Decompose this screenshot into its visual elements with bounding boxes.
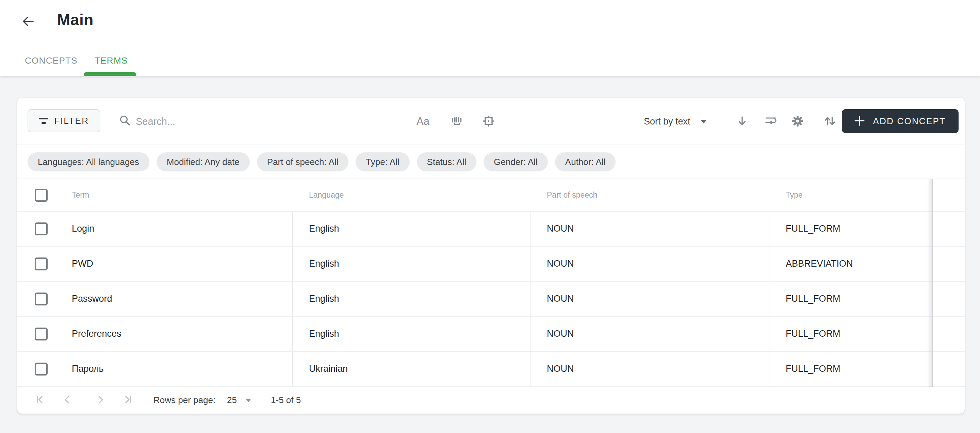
table-row[interactable]: Login English NOUN FULL_FORM: [18, 212, 965, 247]
cell-type: FULL_FORM: [769, 282, 933, 316]
chip-author[interactable]: Author: All: [555, 152, 616, 171]
row-checkbox[interactable]: [35, 257, 48, 270]
sort-direction-button[interactable]: [733, 112, 752, 131]
cell-part-of-speech: NOUN: [530, 247, 769, 281]
cell-term: Password: [54, 282, 293, 316]
cell-language: English: [293, 317, 530, 351]
cell-term: Пароль: [54, 352, 293, 386]
chip-gender[interactable]: Gender: All: [484, 152, 548, 171]
wrap-text-button[interactable]: [761, 112, 780, 131]
row-checkbox[interactable]: [35, 222, 48, 235]
pagination-bar: Rows per page: 25 1-5 of 5: [18, 387, 965, 414]
cell-empty: [933, 282, 965, 316]
previous-page-button[interactable]: [60, 393, 75, 408]
cell-empty: [933, 317, 965, 351]
last-page-icon: [121, 393, 134, 407]
row-checkbox[interactable]: [35, 292, 48, 305]
next-page-button[interactable]: [93, 393, 108, 408]
terms-panel: FILTER Aa: [18, 98, 965, 414]
active-tab-indicator: [84, 72, 136, 76]
cell-language: English: [293, 247, 530, 281]
cell-language: Ukrainian: [293, 352, 530, 386]
search-icon: [118, 114, 132, 129]
cell-language: English: [293, 212, 530, 246]
page-range-label: 1-5 of 5: [271, 395, 301, 406]
cell-type: ABBREVIATION: [769, 247, 933, 281]
cell-term: Login: [54, 212, 293, 246]
cell-part-of-speech: NOUN: [530, 212, 769, 246]
rows-per-page-select[interactable]: 25: [227, 395, 251, 406]
arrows-up-down-icon: [823, 114, 837, 129]
cell-term: PWD: [54, 247, 293, 281]
tab-terms[interactable]: TERMS: [95, 55, 128, 66]
chevron-right-icon: [94, 393, 107, 407]
column-header-type: Type: [769, 179, 933, 211]
column-header-term: Term: [54, 179, 293, 211]
chevron-left-icon: [61, 393, 74, 407]
table-header: Term Language Part of speech Type: [18, 179, 965, 212]
app-header: Main CONCEPTS TERMS: [0, 0, 980, 76]
tab-concepts[interactable]: CONCEPTS: [25, 55, 78, 66]
table-row[interactable]: PWD English NOUN ABBREVIATION: [18, 247, 965, 282]
cell-empty: [933, 352, 965, 386]
add-concept-button[interactable]: ADD CONCEPT: [842, 109, 959, 133]
terms-toolbar: FILTER Aa: [18, 98, 965, 145]
page-title: Main: [57, 10, 94, 29]
search-input[interactable]: [136, 116, 326, 127]
caret-down-icon: [246, 399, 251, 402]
cell-type: FULL_FORM: [769, 317, 933, 351]
arrow-left-icon: [20, 14, 36, 30]
match-case-button[interactable]: Aa: [414, 112, 433, 131]
chip-type[interactable]: Type: All: [356, 152, 409, 171]
first-page-button[interactable]: [32, 393, 48, 408]
table-row[interactable]: Preferences English NOUN FULL_FORM: [18, 317, 965, 352]
gear-icon: [791, 114, 804, 129]
settings-button[interactable]: [788, 112, 807, 131]
row-checkbox[interactable]: [35, 328, 48, 341]
add-concept-label: ADD CONCEPT: [873, 116, 946, 127]
chip-modified[interactable]: Modified: Any date: [156, 152, 250, 171]
cell-part-of-speech: NOUN: [530, 352, 769, 386]
match-case-icon: Aa: [417, 115, 430, 128]
column-header-part-of-speech: Part of speech: [530, 179, 769, 211]
column-header-empty: [933, 179, 965, 211]
reorder-button[interactable]: [821, 112, 840, 131]
scan-bars-button[interactable]: [447, 112, 466, 131]
first-page-icon: [34, 393, 47, 407]
rows-per-page-value: 25: [227, 395, 237, 406]
rows-per-page-label: Rows per page:: [153, 395, 215, 406]
wrap-text-icon: [764, 114, 778, 129]
last-page-button[interactable]: [120, 393, 136, 408]
select-all-checkbox[interactable]: [35, 189, 48, 202]
cell-part-of-speech: NOUN: [530, 282, 769, 316]
sort-by-dropdown[interactable]: Sort by text: [644, 112, 707, 131]
chip-part-of-speech[interactable]: Part of speech: All: [257, 152, 349, 171]
filter-button-label: FILTER: [54, 116, 89, 126]
plus-icon: [853, 115, 865, 128]
filter-button[interactable]: FILTER: [27, 109, 100, 132]
table-row[interactable]: Пароль Ukrainian NOUN FULL_FORM: [18, 352, 965, 387]
filter-chips-row: Languages: All languages Modified: Any d…: [18, 145, 965, 179]
center-focus-icon: [482, 114, 495, 129]
table-row[interactable]: Password English NOUN FULL_FORM: [18, 282, 965, 317]
cell-type: FULL_FORM: [769, 352, 933, 386]
column-header-language: Language: [293, 179, 530, 211]
cell-empty: [933, 212, 965, 246]
chip-status[interactable]: Status: All: [417, 152, 477, 171]
search-box: [118, 110, 326, 133]
sort-by-label: Sort by text: [644, 116, 690, 127]
cell-language: English: [293, 282, 530, 316]
back-button[interactable]: [18, 12, 37, 31]
arrow-down-icon: [735, 114, 749, 129]
chip-languages[interactable]: Languages: All languages: [27, 152, 150, 171]
cell-term: Preferences: [54, 317, 293, 351]
cell-empty: [933, 247, 965, 281]
cell-part-of-speech: NOUN: [530, 317, 769, 351]
center-focus-button[interactable]: [479, 112, 498, 131]
scan-bars-icon: [450, 114, 463, 129]
filter-icon: [39, 118, 48, 124]
row-checkbox[interactable]: [35, 363, 48, 376]
caret-down-icon: [701, 120, 707, 124]
cell-type: FULL_FORM: [769, 212, 933, 246]
